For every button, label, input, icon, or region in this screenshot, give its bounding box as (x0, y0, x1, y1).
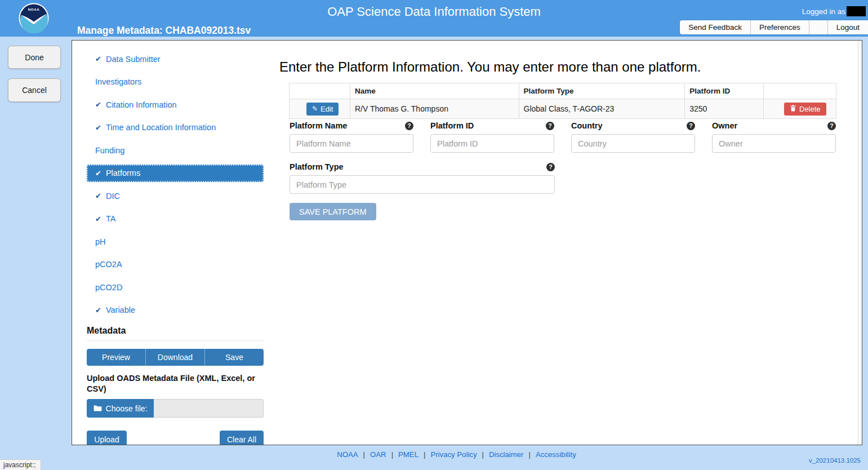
nav-item-pco2d[interactable]: pCO2D (87, 278, 264, 296)
username-redacted (847, 6, 866, 16)
upload-button[interactable]: Upload (87, 431, 127, 445)
footer-link-accessibility[interactable]: Accessibility (536, 450, 576, 459)
nav-item-time-and-location[interactable]: ✔Time and Location Information (87, 119, 264, 136)
metadata-button-group: Preview Download Save (87, 349, 264, 366)
nav-label: TA (106, 214, 115, 223)
platforms-table: Name Platform Type Platform ID ✎ Edit R/… (289, 83, 836, 119)
header-menu: Send Feedback Preferences Logout (680, 20, 868, 34)
platform-name-label: Platform Name (290, 121, 347, 130)
app-window: NOAA OAP Science Data Information System… (0, 0, 868, 470)
check-icon: ✔ (95, 169, 101, 178)
page-title: Manage Metadata: CHABA092013.tsv (77, 25, 251, 37)
owner-group: Owner ? (712, 121, 836, 153)
footer-link-oar[interactable]: OAR (370, 450, 386, 459)
send-feedback-button[interactable]: Send Feedback (680, 20, 751, 34)
check-icon: ✔ (95, 55, 101, 63)
check-icon: ✔ (95, 123, 101, 132)
done-button[interactable]: Done (8, 46, 61, 69)
check-icon: ✔ (95, 100, 101, 109)
file-picker: Choose file: (87, 399, 264, 418)
platform-id-label: Platform ID (430, 121, 474, 130)
nav-item-citation-information[interactable]: ✔Citation Information (87, 96, 264, 113)
nav-label: Citation Information (106, 100, 177, 109)
cancel-button[interactable]: Cancel (8, 78, 61, 102)
help-icon[interactable]: ? (405, 122, 413, 130)
logout-button[interactable]: Logout (828, 20, 868, 34)
nav-item-platforms[interactable]: ✔Platforms (87, 165, 264, 182)
help-icon[interactable]: ? (546, 122, 554, 130)
save-button[interactable]: Save (204, 349, 264, 366)
col-delete (763, 83, 836, 99)
table-row: ✎ Edit R/V Thomas G. Thompson Global Cla… (290, 99, 836, 119)
nav-item-funding[interactable]: Funding (87, 141, 264, 159)
nav-item-ph[interactable]: pH (87, 233, 264, 250)
help-icon[interactable]: ? (687, 122, 695, 130)
trash-icon (790, 105, 796, 113)
choose-file-label: Choose file: (106, 404, 148, 413)
version-label: v_20210413.1025 (809, 457, 861, 464)
nav-item-investigators[interactable]: Investigators (87, 73, 264, 91)
country-input[interactable] (571, 134, 695, 153)
folder-icon (94, 404, 102, 413)
platform-type-cell: Global Class, T-AGOR-23 (519, 99, 685, 119)
footer-link-privacy-policy[interactable]: Privacy Policy (430, 450, 477, 459)
edit-icon: ✎ (312, 105, 318, 113)
footer-link-disclaimer[interactable]: Disclaimer (489, 450, 524, 459)
owner-label: Owner (712, 121, 737, 130)
nav-item-pco2a[interactable]: pCO2A (87, 256, 264, 273)
platform-id-input[interactable] (430, 134, 554, 153)
platform-id-group: Platform ID ? (430, 121, 554, 153)
platform-name-input[interactable] (290, 134, 413, 153)
footer-link-noaa[interactable]: NOAA (337, 450, 358, 459)
help-icon[interactable]: ? (827, 122, 836, 130)
owner-input[interactable] (712, 134, 836, 153)
separator: | (424, 450, 425, 459)
nav-item-variable[interactable]: ✔Variable (87, 301, 264, 319)
preview-button[interactable]: Preview (87, 349, 145, 366)
col-name: Name (350, 83, 519, 99)
footer-link-pmel[interactable]: PMEL (398, 450, 419, 459)
nav-label: Time and Location Information (106, 123, 216, 132)
help-icon[interactable]: ? (546, 163, 555, 171)
delete-platform-button[interactable]: Delete (784, 103, 826, 116)
platform-type-input[interactable] (290, 175, 555, 194)
metadata-heading: Metadata (87, 326, 126, 336)
header-bar: NOAA OAP Science Data Information System… (0, 0, 868, 37)
nav-label: Platforms (106, 169, 140, 178)
col-actions (290, 83, 350, 99)
app-title: OAP Science Data Information System (327, 5, 541, 19)
col-platform-type: Platform Type (519, 83, 685, 99)
svg-text:NOAA: NOAA (28, 7, 40, 11)
preferences-button[interactable]: Preferences (751, 20, 809, 34)
panel-scrollbar[interactable] (858, 41, 862, 445)
check-icon: ✔ (95, 306, 101, 314)
logged-in-label: Logged in as (802, 7, 845, 16)
clear-all-button[interactable]: Clear All (220, 431, 264, 445)
choose-file-button[interactable]: Choose file: (87, 399, 154, 418)
platform-type-label: Platform Type (290, 162, 344, 171)
chosen-file-field[interactable] (154, 399, 264, 418)
nav-item-ta[interactable]: ✔TA (87, 210, 264, 228)
country-group: Country ? (571, 121, 695, 153)
country-label: Country (571, 121, 603, 130)
save-platform-button[interactable]: SAVE PLATFORM (290, 203, 376, 220)
nav-item-data-submitter[interactable]: ✔Data Submitter (87, 50, 264, 68)
edit-label: Edit (321, 105, 333, 113)
download-button[interactable]: Download (145, 349, 204, 366)
nav-label: Data Submitter (106, 55, 161, 64)
browser-status-bar: javascript:; (0, 459, 41, 470)
edit-platform-button[interactable]: ✎ Edit (306, 103, 339, 116)
platform-name-cell: R/V Thomas G. Thompson (350, 99, 519, 119)
table-header-row: Name Platform Type Platform ID (290, 83, 836, 99)
main-panel: ✔Data Submitter Investigators ✔Citation … (72, 40, 862, 445)
platform-id-cell: 3250 (685, 99, 764, 119)
divider (87, 340, 264, 341)
platform-type-group: Platform Type ? (290, 162, 555, 194)
platform-name-group: Platform Name ? (290, 121, 413, 153)
noaa-logo-icon: NOAA (19, 3, 49, 33)
separator: | (391, 450, 393, 459)
check-icon: ✔ (95, 192, 101, 200)
delete-label: Delete (799, 105, 821, 113)
nav-item-dic[interactable]: ✔DIC (87, 187, 264, 205)
menu-spacer (809, 20, 828, 34)
